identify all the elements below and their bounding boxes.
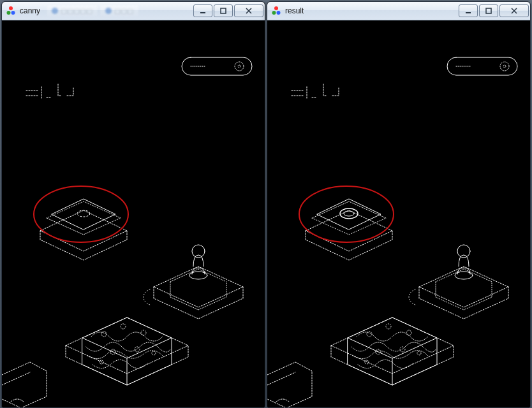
bg-tab: ▢▢▢ [100,5,138,17]
titlebar[interactable]: result [267,2,530,20]
window-title: canny [20,6,40,15]
desktop: canny ▢▢▢▢▢ ▢▢▢ [0,0,532,408]
svg-point-22 [277,11,281,15]
window-controls [459,4,529,17]
titlebar[interactable]: canny ▢▢▢▢▢ ▢▢▢ [2,2,265,20]
svg-point-21 [272,11,276,15]
svg-rect-5 [2,20,265,408]
minimize-button[interactable] [193,4,212,17]
svg-point-0 [9,6,13,10]
svg-rect-25 [267,20,530,408]
opencv-icon [271,6,281,16]
svg-point-2 [11,11,15,15]
svg-rect-3 [200,12,205,13]
maximize-button[interactable] [479,4,498,17]
close-button[interactable] [499,4,529,17]
bg-tab: ▢▢▢▢▢ [47,5,98,17]
maximize-button[interactable] [214,4,233,17]
svg-point-1 [7,11,11,15]
close-button[interactable] [234,4,263,17]
window-controls [193,4,263,17]
svg-rect-24 [486,8,491,13]
minimize-button[interactable] [459,4,478,17]
image-viewport-result [267,20,530,408]
background-tabs: ▢▢▢▢▢ ▢▢▢ [47,5,189,17]
svg-rect-23 [466,12,471,13]
window-canny: canny ▢▢▢▢▢ ▢▢▢ [1,1,265,408]
svg-rect-4 [221,8,226,13]
svg-point-20 [274,6,278,10]
opencv-icon [6,6,16,16]
window-title: result [285,6,304,15]
window-result: result [267,1,531,408]
image-viewport-canny [2,20,265,408]
